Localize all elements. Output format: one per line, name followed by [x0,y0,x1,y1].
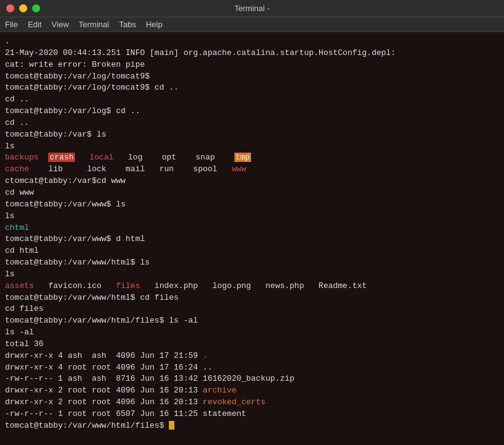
line-file-statement: -rw-r--r-- 1 root root 6507 Jun 16 11:25… [5,409,499,420]
line-cd-files: cd files [5,303,499,315]
menu-help[interactable]: Help [146,20,163,29]
line-prompt1: tomcat@tabby:/var/log/tomcat9$ [5,71,499,83]
line-cmd-cd-files: tomcat@tabby:/var/www/html$ cd files [5,292,499,304]
menu-edit[interactable]: Edit [28,20,41,29]
line-file-dotdot: drwxr-xr-x 4 root root 4096 Jun 17 16:24… [5,362,499,374]
line-ls-var-1: backups crash local log opt snap tmp [5,152,499,164]
window-controls[interactable] [6,4,40,12]
menu-file[interactable]: File [5,20,18,29]
line-ls1: ls [5,141,499,153]
menu-view[interactable]: View [51,20,69,29]
line-d-html: cd html [5,245,499,257]
line-cmd-cd2: tomcat@tabby:/var/log$ cd .. [5,106,499,117]
line-cmd-ls2: tomcat@tabby:/var/www$ ls [5,199,499,211]
line-ls3: ls [5,269,499,281]
line-cmd-ls-al: tomcat@tabby:/var/www/html/files$ ls -al [5,315,499,327]
menu-terminal[interactable]: Terminal [79,20,109,29]
line-ls-al: ls -al [5,327,499,339]
menu-tabs[interactable]: Tabs [119,20,135,29]
line-file-revoked: drwxr-xr-x 2 root root 4096 Jun 16 20:13… [5,397,499,409]
window-title: Terminal - [234,4,270,13]
terminal-content[interactable]: . 21-May-2020 00:44:13.251 INFO [main] o… [0,32,504,445]
line-cmd-ls1: tomcat@tabby:/var$ ls [5,129,499,141]
line-catalina: 21-May-2020 00:44:13.251 INFO [main] org… [5,48,499,59]
line-file-backup: -rw-r--r-- 1 ash ash 8716 Jun 16 13:42 1… [5,373,499,385]
line-ls-www-1: chtml [5,222,499,234]
line-cd-www: cd www [5,187,499,199]
line-cd2: cd .. [5,117,499,129]
line-cmd-d-html: tomcat@tabby:/var/www$ d html [5,234,499,245]
line-cmd-cd1: tomcat@tabby:/var/log/tomcat9$ cd .. [5,82,499,94]
line-broken-pipe: cat: write error: Broken pipe [5,59,499,71]
line-dot: . [5,36,499,48]
menu-bar: File Edit View Terminal Tabs Help [0,17,504,32]
maximize-button[interactable] [32,4,40,12]
line-ls2: ls [5,211,499,222]
line-final-prompt: tomcat@tabby:/var/www/html/files$ [5,420,499,432]
line-cd1: cd .. [5,94,499,106]
line-ls-html: assets favicon.ico files index.php logo.… [5,281,499,292]
title-bar: Terminal - [0,0,504,17]
line-cmd-cd-www: ctomcat@tabby:/var$cd www [5,176,499,187]
close-button[interactable] [6,4,14,12]
minimize-button[interactable] [19,4,27,12]
line-file-dot: drwxr-xr-x 4 ash ash 4096 Jun 17 21:59 . [5,350,499,362]
cursor [169,421,174,430]
line-ls-var-2: cache lib lock mail run spool www [5,164,499,176]
line-file-archive: drwxr-xr-x 2 root root 4096 Jun 16 20:13… [5,385,499,397]
line-cmd-ls3: tomcat@tabby:/var/www/html$ ls [5,257,499,269]
line-total: total 36 [5,339,499,350]
